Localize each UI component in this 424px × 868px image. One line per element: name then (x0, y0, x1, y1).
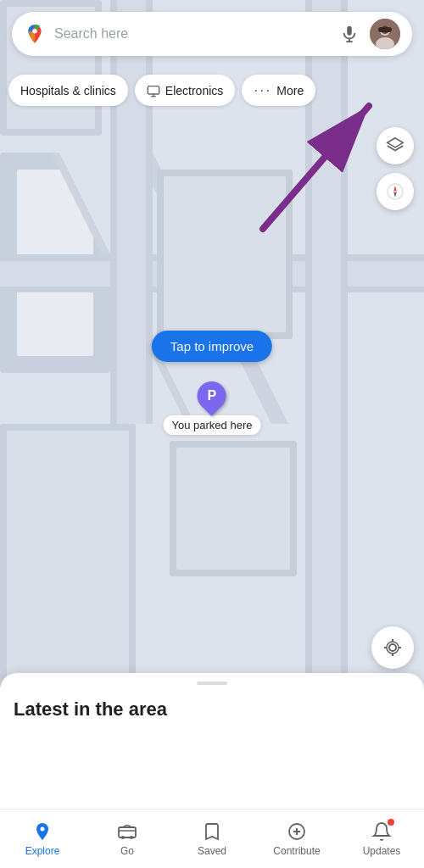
parking-pin-label: P (208, 388, 217, 403)
chip-hospitals[interactable]: Hospitals & clinics (8, 75, 128, 106)
layers-button[interactable] (377, 127, 414, 164)
search-placeholder: Search here (54, 26, 334, 42)
my-location-button[interactable] (371, 626, 414, 669)
svg-marker-31 (388, 138, 403, 147)
saved-icon (201, 821, 223, 843)
chip-electronics[interactable]: Electronics (135, 75, 235, 106)
svg-marker-33 (393, 186, 397, 192)
updates-icon (371, 821, 393, 843)
nav-item-contribute[interactable]: Contribute (254, 821, 339, 857)
contribute-icon (286, 821, 308, 843)
tap-improve-label: Tap to improve (170, 339, 254, 353)
location-icon (382, 637, 403, 658)
nav-label-updates: Updates (363, 845, 401, 857)
nav-label-go: Go (120, 845, 134, 857)
svg-rect-10 (164, 176, 286, 332)
user-avatar[interactable] (370, 19, 400, 49)
parking-label: You parked here (164, 415, 261, 435)
updates-notification-dot (388, 819, 394, 826)
svg-point-45 (121, 836, 125, 839)
svg-rect-16 (7, 431, 129, 697)
svg-rect-20 (347, 26, 352, 36)
explore-icon (31, 821, 53, 843)
bottom-nav: Explore Go Saved (0, 809, 424, 868)
tap-to-improve-button[interactable]: Tap to improve (152, 331, 272, 362)
svg-point-35 (389, 644, 396, 651)
compass-icon (386, 182, 404, 201)
parking-marker[interactable]: P You parked here (164, 381, 261, 435)
nav-label-saved: Saved (198, 845, 226, 857)
mic-icon[interactable] (334, 19, 365, 49)
svg-marker-34 (393, 192, 397, 198)
search-bar[interactable]: Search here (12, 12, 412, 56)
electronics-icon (147, 84, 160, 97)
nav-item-go[interactable]: Go (85, 821, 170, 857)
chip-more-label: More (276, 84, 304, 97)
chip-more[interactable]: ··· More (242, 75, 315, 106)
parking-pin: P (192, 376, 232, 416)
nav-item-explore[interactable]: Explore (0, 821, 85, 857)
svg-rect-27 (378, 27, 392, 32)
svg-rect-8 (117, 0, 146, 424)
svg-rect-44 (119, 827, 136, 837)
sheet-title: Latest in the area (0, 693, 424, 732)
go-icon (116, 821, 138, 843)
nav-label-contribute: Contribute (273, 845, 320, 857)
compass-button[interactable] (377, 173, 414, 210)
nav-item-updates[interactable]: Updates (339, 821, 424, 857)
svg-rect-28 (148, 86, 159, 93)
nav-item-saved[interactable]: Saved (170, 821, 254, 857)
nav-label-explore: Explore (25, 845, 60, 857)
svg-point-46 (130, 836, 133, 839)
layers-icon (386, 136, 404, 155)
category-chips-container: Hospitals & clinics Electronics ··· More (0, 68, 424, 113)
svg-point-19 (32, 29, 36, 33)
sheet-handle (197, 682, 227, 685)
map-controls (377, 127, 414, 210)
chip-hospitals-label: Hospitals & clinics (20, 84, 116, 97)
svg-rect-18 (176, 448, 290, 570)
google-maps-logo (24, 23, 46, 45)
chip-electronics-label: Electronics (165, 84, 223, 97)
svg-point-43 (41, 827, 45, 832)
chip-more-dots: ··· (254, 81, 271, 99)
